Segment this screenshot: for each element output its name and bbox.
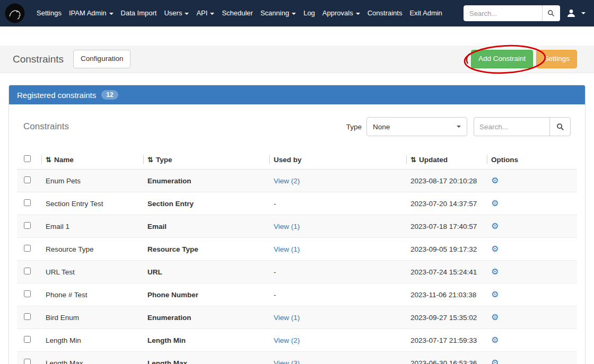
panel-heading: Registered constraints 12 bbox=[9, 85, 585, 104]
cell-name: Length Min bbox=[41, 329, 143, 352]
view-usage-link[interactable]: View (1) bbox=[274, 314, 300, 322]
table-row: Phone # TestPhone Number-2023-11-06 21:0… bbox=[17, 283, 577, 306]
registered-constraints-panel: Registered constraints 12 Constraints Ty… bbox=[8, 85, 586, 364]
header-name[interactable]: ⇅Name bbox=[41, 150, 143, 170]
cell-type: Length Max bbox=[143, 352, 269, 364]
section-title: Constraints bbox=[23, 121, 69, 132]
nav-item-approvals[interactable]: Approvals bbox=[319, 0, 364, 26]
gear-icon[interactable]: ⚙ bbox=[491, 290, 499, 299]
view-usage-link[interactable]: View (3) bbox=[274, 359, 300, 364]
cell-type: Enumeration bbox=[143, 306, 269, 329]
table-row: Email 1EmailView (1)2023-07-18 17:40:57⚙ bbox=[17, 215, 577, 238]
chevron-down-icon bbox=[109, 13, 113, 15]
chevron-down-icon bbox=[185, 13, 189, 15]
nav-item-users[interactable]: Users bbox=[160, 0, 193, 26]
nav-item-log[interactable]: Log bbox=[300, 0, 319, 26]
nav-item-data-import[interactable]: Data Import bbox=[117, 0, 161, 26]
cell-updated: 2023-11-06 21:03:38 bbox=[406, 283, 487, 306]
header-options: Options bbox=[487, 150, 577, 170]
chevron-down-icon bbox=[356, 13, 360, 15]
nav-item-ipam-admin[interactable]: IPAM Admin bbox=[65, 0, 117, 26]
cell-used-by: View (3) bbox=[269, 352, 406, 364]
cell-updated: 2023-07-24 15:24:41 bbox=[406, 261, 487, 283]
cell-name: Email 1 bbox=[41, 215, 143, 238]
view-usage-link[interactable]: View (2) bbox=[274, 177, 300, 185]
nav-search-input[interactable] bbox=[464, 5, 542, 21]
row-checkbox[interactable] bbox=[24, 290, 31, 297]
table-search bbox=[474, 117, 571, 136]
table-search-input[interactable] bbox=[474, 117, 550, 136]
row-checkbox[interactable] bbox=[24, 222, 31, 229]
cell-name: Phone # Test bbox=[41, 283, 143, 306]
nav-menu: SettingsIPAM AdminData ImportUsersAPISch… bbox=[33, 0, 446, 26]
nav-item-exit-admin[interactable]: Exit Admin bbox=[406, 0, 446, 26]
table-row: Resource TypeResource TypeView (1)2023-0… bbox=[17, 238, 577, 261]
view-usage-link[interactable]: View (1) bbox=[274, 245, 300, 253]
nav-item-scheduler[interactable]: Scheduler bbox=[218, 0, 257, 26]
user-menu[interactable] bbox=[566, 8, 588, 18]
cell-type: Resource Type bbox=[143, 238, 269, 261]
row-checkbox[interactable] bbox=[24, 336, 31, 343]
settings-button[interactable]: Settings bbox=[536, 50, 577, 68]
cell-name: Length Max bbox=[41, 352, 143, 364]
row-checkbox[interactable] bbox=[24, 245, 31, 252]
cell-used-by: View (1) bbox=[269, 306, 406, 329]
row-checkbox[interactable] bbox=[24, 359, 31, 364]
add-constraint-button[interactable]: Add Constraint bbox=[471, 50, 533, 68]
cell-used-by: - bbox=[269, 283, 406, 306]
gear-icon[interactable]: ⚙ bbox=[491, 267, 499, 276]
select-all-checkbox[interactable] bbox=[24, 155, 31, 162]
app-logo[interactable] bbox=[4, 3, 25, 24]
cell-used-by: - bbox=[269, 192, 406, 215]
cell-updated: 2023-07-17 21:59:33 bbox=[406, 329, 487, 352]
type-filter-value: None bbox=[373, 123, 390, 131]
view-usage-link[interactable]: View (1) bbox=[274, 223, 300, 230]
cell-type: Section Entry bbox=[143, 192, 269, 215]
nav-item-settings[interactable]: Settings bbox=[33, 0, 65, 26]
cell-used-by: View (2) bbox=[269, 329, 406, 352]
cell-name: Bird Enum bbox=[41, 306, 143, 329]
gear-icon[interactable]: ⚙ bbox=[491, 244, 499, 253]
page-title: Constraints bbox=[13, 54, 64, 65]
table-search-button[interactable] bbox=[549, 117, 571, 136]
sort-icon: ⇅ bbox=[410, 156, 416, 164]
table-row: Length MinLength MinView (2)2023-07-17 2… bbox=[17, 329, 577, 352]
gear-icon[interactable]: ⚙ bbox=[491, 313, 499, 322]
table-row: Section Entry TestSection Entry-2023-07-… bbox=[17, 192, 577, 215]
gear-icon[interactable]: ⚙ bbox=[491, 199, 499, 208]
row-checkbox[interactable] bbox=[24, 313, 31, 320]
cell-type: Length Min bbox=[143, 329, 269, 352]
constraints-table-body: Enum PetsEnumerationView (2)2023-08-17 2… bbox=[17, 170, 577, 364]
table-header-row: ⇅Name ⇅Type Used by ⇅Updated Options bbox=[17, 150, 577, 170]
header-select-all bbox=[17, 150, 41, 170]
row-checkbox[interactable] bbox=[24, 199, 31, 206]
view-usage-link[interactable]: View (2) bbox=[274, 336, 300, 344]
nav-item-constraints[interactable]: Constraints bbox=[364, 0, 406, 26]
type-filter-label: Type bbox=[346, 123, 362, 131]
header-updated[interactable]: ⇅Updated bbox=[406, 150, 487, 170]
sort-icon: ⇅ bbox=[147, 156, 153, 164]
add-constraint-wrap: Add Constraint bbox=[471, 50, 533, 68]
cell-type: Enumeration bbox=[143, 170, 269, 192]
row-checkbox[interactable] bbox=[24, 268, 31, 274]
gear-icon[interactable]: ⚙ bbox=[491, 176, 499, 185]
configuration-button[interactable]: Configuration bbox=[73, 50, 130, 68]
cell-name: Resource Type bbox=[41, 238, 143, 261]
nav-item-scanning[interactable]: Scanning bbox=[257, 0, 300, 26]
chevron-down-icon bbox=[210, 13, 214, 15]
gear-icon[interactable]: ⚙ bbox=[491, 335, 499, 344]
table-row: Length MaxLength MaxView (3)2023-06-30 1… bbox=[17, 352, 577, 364]
nav-item-api[interactable]: API bbox=[193, 0, 218, 26]
gear-icon[interactable]: ⚙ bbox=[491, 358, 499, 364]
search-icon bbox=[556, 123, 564, 131]
nav-search-button[interactable] bbox=[542, 5, 560, 21]
gear-icon[interactable]: ⚙ bbox=[491, 221, 499, 230]
chevron-down-icon bbox=[292, 13, 296, 15]
user-icon bbox=[566, 8, 576, 18]
cell-updated: 2023-08-17 20:10:28 bbox=[406, 170, 487, 192]
type-filter-select[interactable]: None bbox=[366, 117, 467, 136]
row-checkbox[interactable] bbox=[24, 176, 31, 183]
header-type[interactable]: ⇅Type bbox=[143, 150, 269, 170]
count-badge: 12 bbox=[101, 90, 118, 100]
cell-used-by: - bbox=[269, 261, 406, 283]
